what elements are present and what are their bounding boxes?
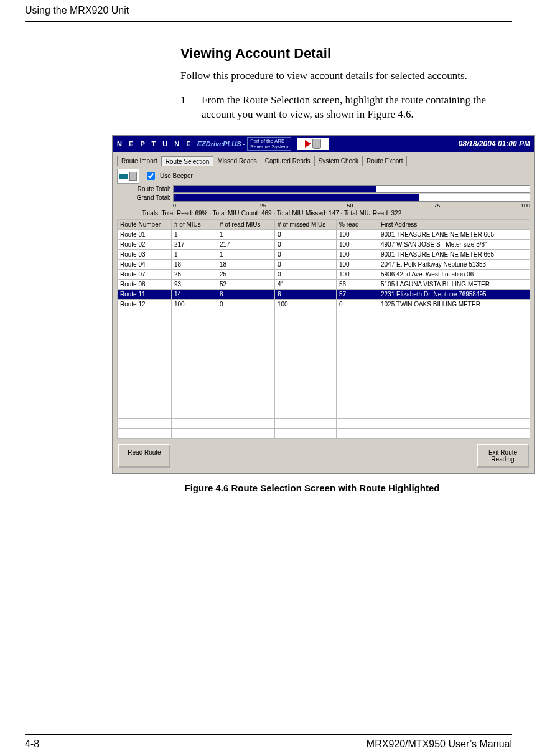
title-bar: N E P T U N E EZDrivePLUS - Part of the … [113, 136, 534, 152]
column-header[interactable]: Route Number [118, 219, 172, 229]
axis-tick: 0 [173, 202, 260, 209]
table-row[interactable]: Route 111486572231 Elizabeth Dr. Neptune… [118, 289, 530, 299]
grand-total-label: Grand Total: [117, 194, 173, 201]
table-row[interactable] [118, 418, 530, 428]
table-row[interactable]: Route 031101009001 TREASURE LANE NE METE… [118, 249, 530, 259]
tab-missed-reads[interactable]: Missed Reads [213, 156, 261, 166]
table-row[interactable] [118, 409, 530, 418]
running-header: Using the MRX920 Unit [25, 0, 512, 22]
axis-tick: 25 [260, 202, 347, 209]
brand-text: N E P T U N E [117, 140, 194, 148]
manual-title: MRX920/MTX950 User’s Manual [367, 739, 512, 750]
use-beeper-checkbox[interactable] [147, 172, 155, 180]
read-route-button[interactable]: Read Route [118, 444, 170, 468]
step-text: From the Route Selection screen, highlig… [202, 93, 506, 122]
table-row[interactable] [118, 339, 530, 349]
table-row[interactable] [118, 359, 530, 369]
cylinder-icon [129, 172, 137, 181]
table-row[interactable]: Route 0221721701004907 W.SAN JOSE ST Met… [118, 239, 530, 249]
table-row[interactable]: Route 011101009001 TREASURE LANE NE METE… [118, 229, 530, 239]
column-header[interactable]: # of missed MIUs [275, 219, 337, 229]
table-row[interactable] [118, 379, 530, 389]
axis-tick: 75 [434, 202, 521, 209]
totals-line: Totals: Total-Read: 69% · Total-MIU-Coun… [142, 209, 530, 219]
exit-route-reading-button[interactable]: Exit Route Reading [477, 444, 529, 468]
table-row[interactable] [118, 349, 530, 359]
app-window: N E P T U N E EZDrivePLUS - Part of the … [112, 135, 535, 474]
column-header[interactable]: # of read MIUs [217, 219, 275, 229]
column-header[interactable]: First Address [378, 219, 530, 229]
route-icon [117, 169, 139, 184]
page-number: 4-8 [25, 739, 39, 750]
table-row[interactable] [118, 309, 530, 319]
route-grid[interactable]: Route Number# of MIUs# of read MIUs# of … [117, 219, 530, 439]
table-row[interactable] [118, 399, 530, 409]
grand-total-bar [173, 194, 530, 202]
tab-route-selection[interactable]: Route Selection [161, 156, 214, 166]
axis-tick: 50 [347, 202, 434, 209]
transfer-icon [297, 138, 329, 150]
figure-caption: Figure 4.6 Route Selection Screen with R… [112, 483, 512, 493]
axis-tick: 100 [521, 202, 530, 209]
tab-route-export[interactable]: Route Export [362, 156, 407, 166]
table-row[interactable] [118, 389, 530, 399]
product-name: EZDrivePLUS [197, 140, 241, 148]
table-row[interactable] [118, 319, 530, 329]
table-row[interactable] [118, 428, 530, 438]
datetime-label: 08/18/2004 01:00 PM [459, 139, 530, 148]
column-header[interactable]: % read [337, 219, 378, 229]
route-total-label: Route Total: [117, 186, 173, 192]
table-row[interactable]: Route 07252501005906 42nd Ave. West Loca… [118, 269, 530, 279]
intro-text: Follow this procedure to view account de… [180, 69, 506, 83]
subtitle-box: Part of the ARBRevenue System [247, 137, 291, 151]
use-beeper-label: Use Beeper [160, 172, 193, 179]
section-title: Viewing Account Detail [180, 45, 506, 62]
table-row[interactable]: Route 08935241565105 LAGUNA VISTA BILLIN… [118, 279, 530, 289]
arrow-right-icon [305, 140, 311, 148]
database-icon [312, 139, 321, 149]
step-number: 1 [180, 93, 202, 122]
truck-icon [119, 174, 128, 179]
table-row[interactable] [118, 369, 530, 379]
tab-captured-reads[interactable]: Captured Reads [261, 156, 315, 166]
tab-route-import[interactable]: Route Import [117, 156, 162, 166]
column-header[interactable]: # of MIUs [172, 219, 217, 229]
route-total-bar [173, 185, 530, 193]
tab-system-check[interactable]: System Check [314, 156, 363, 166]
table-row[interactable] [118, 329, 530, 339]
table-row[interactable]: Route 12100010001025 TWIN OAKS BILLING M… [118, 299, 530, 309]
table-row[interactable]: Route 04181801002047 E. Polk Parkway Nep… [118, 259, 530, 269]
